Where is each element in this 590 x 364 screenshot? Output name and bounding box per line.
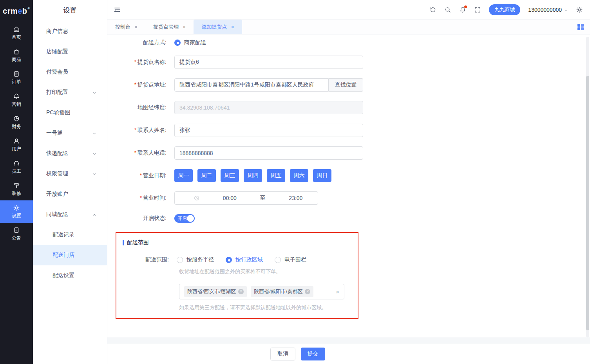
field-label: 地图经纬度: [107, 104, 167, 111]
radio-icon[interactable] [177, 257, 183, 263]
field-label: *联系人电话: [107, 150, 167, 157]
sidebar-item-express-delivery[interactable]: 快递配送 [33, 143, 107, 164]
radio-checked-icon[interactable] [174, 40, 181, 46]
content-scrollbar[interactable] [586, 37, 589, 337]
refresh-icon[interactable] [429, 6, 436, 13]
sidebar-item-store-config[interactable]: 店铺配置 [33, 41, 107, 62]
rail-item-orders[interactable]: 订单 [0, 67, 33, 89]
business-day-button[interactable]: 周一 [174, 169, 193, 182]
business-day-button[interactable]: 周三 [221, 169, 239, 182]
menu-label: 打印配置 [46, 89, 92, 96]
contact-phone-input[interactable] [174, 146, 363, 160]
rail-item-finance[interactable]: 财务 [0, 111, 33, 133]
app-root: crmeb® 首页 商品 订单 营销 财务 用户 员工 [0, 0, 590, 364]
scrollbar-thumb[interactable] [586, 76, 589, 330]
scope-option-admin-region[interactable]: 按行政区域 [226, 256, 263, 263]
time-range-picker[interactable]: 00:00 至 23:00 [174, 191, 318, 205]
sidebar-item-merchant-info[interactable]: 商户信息 [33, 21, 107, 41]
scope-option-efence[interactable]: 电子围栏 [275, 256, 306, 263]
business-days-row: *营业日期: 周一 周二 周三 周四 周五 周六 周日 [107, 169, 590, 182]
content-footer-divider [107, 337, 590, 344]
sidebar-item-yihaotong[interactable]: 一号通 [33, 123, 107, 143]
business-day-button[interactable]: 周五 [267, 169, 285, 182]
rail-label: 商品 [12, 56, 21, 63]
topbar-actions: 九九商城 13000000000 [429, 4, 583, 15]
order-icon [13, 70, 20, 77]
close-icon[interactable]: × [134, 24, 138, 30]
business-day-button[interactable]: 周四 [244, 169, 262, 182]
store-badge[interactable]: 九九商城 [489, 4, 520, 15]
account-phone: 13000000000 [528, 7, 562, 13]
rail-item-settings[interactable]: 设置 [0, 200, 33, 223]
region-select-input[interactable]: 陕西省/西安市/莲湖区× 陕西省/咸阳市/秦都区× × [179, 284, 344, 299]
field-label: *营业时间: [107, 195, 167, 202]
tag-close-icon[interactable]: × [238, 289, 244, 294]
time-end[interactable]: 23:00 [279, 195, 312, 201]
contact-name-input[interactable] [174, 124, 363, 137]
sidebar-item-permissions[interactable]: 权限管理 [33, 164, 107, 184]
radio-checked-icon[interactable] [226, 257, 232, 263]
menu-fold-icon[interactable] [114, 6, 121, 13]
rail-item-staff[interactable]: 员工 [0, 156, 33, 178]
required-mark: * [134, 150, 136, 156]
rail-item-announcement[interactable]: 公告 [0, 223, 33, 245]
notification-bell-icon[interactable] [459, 6, 466, 13]
scope-option-radius[interactable]: 按服务半径 [177, 256, 214, 263]
radio-option-label: 按服务半径 [186, 256, 214, 263]
field-label: *提货点地址: [107, 81, 167, 88]
tab-console[interactable]: 控制台× [107, 20, 145, 34]
region-tag-label: 陕西省/西安市/莲湖区 [187, 288, 236, 295]
sidebar-item-paid-member[interactable]: 付费会员 [33, 62, 107, 82]
sidebar-item-city-delivery[interactable]: 同城配送 [33, 204, 107, 225]
tag-close-icon[interactable]: × [305, 289, 310, 294]
find-location-button[interactable]: 查找位置 [329, 78, 363, 92]
rail-item-decorate[interactable]: 装修 [0, 178, 33, 200]
business-day-button[interactable]: 周六 [290, 169, 308, 182]
gear-icon[interactable] [576, 6, 583, 13]
pickup-address-input[interactable] [174, 78, 329, 92]
close-icon[interactable]: × [183, 24, 186, 30]
address-input-group: 查找位置 [174, 78, 363, 92]
sidebar-item-open-account[interactable]: 开放账户 [33, 184, 107, 204]
delivery-method-option[interactable]: 商家配送 [174, 39, 206, 46]
status-toggle[interactable]: 开启 [174, 214, 195, 223]
coordinates-input [174, 101, 363, 114]
tab-pickup-management[interactable]: 提货点管理× [145, 20, 194, 34]
rail-item-users[interactable]: 用户 [0, 133, 33, 156]
submit-button[interactable]: 提交 [301, 348, 325, 360]
delivery-scope-section: 配送范围 配送范围: 按服务半径 按行政区域 电子围栏 收货地址在配送范围之外的… [116, 232, 358, 319]
business-day-button[interactable]: 周日 [313, 169, 331, 182]
tab-add-pickup-point[interactable]: 添加提货点× [194, 20, 242, 34]
search-icon[interactable] [444, 6, 451, 13]
rail-label: 设置 [12, 213, 21, 219]
toggle-knob [187, 215, 194, 222]
rail-item-marketing[interactable]: 营销 [0, 89, 33, 111]
radio-icon[interactable] [275, 257, 281, 263]
brand-logo[interactable]: crmeb® [0, 0, 33, 22]
required-mark: * [134, 127, 136, 133]
time-start[interactable]: 00:00 [213, 195, 246, 201]
marketing-bell-icon [13, 93, 20, 100]
sidebar-item-delivery-settings[interactable]: 配送设置 [33, 265, 107, 286]
sidebar-item-delivery-records[interactable]: 配送记录 [33, 225, 107, 245]
business-day-button[interactable]: 周二 [197, 169, 216, 182]
sidebar-item-pc-banner[interactable]: PC轮播图 [33, 103, 107, 123]
menu-label: PC轮播图 [46, 109, 97, 116]
rail-item-products[interactable]: 商品 [0, 44, 33, 67]
cancel-button[interactable]: 取消 [270, 348, 295, 360]
account-menu[interactable]: 13000000000 [528, 7, 568, 13]
tab-grid-icon[interactable] [577, 24, 584, 30]
fullscreen-icon[interactable] [474, 6, 481, 13]
sidebar-item-print-config[interactable]: 打印配置 [33, 82, 107, 103]
close-icon[interactable]: × [231, 24, 234, 30]
logo-accent: e [18, 7, 22, 16]
rail-item-home[interactable]: 首页 [0, 22, 33, 44]
status-row: 开启状态: 开启 [107, 214, 590, 223]
clear-all-icon[interactable]: × [336, 288, 339, 295]
scope-options: 按服务半径 按行政区域 电子围栏 [177, 256, 306, 263]
logo-text: crm [3, 7, 18, 16]
sidebar-item-delivery-stores[interactable]: 配送门店 [33, 245, 107, 265]
rail-label: 首页 [12, 34, 21, 41]
toggle-label: 开启 [177, 215, 187, 222]
pickup-name-input[interactable] [174, 56, 363, 69]
